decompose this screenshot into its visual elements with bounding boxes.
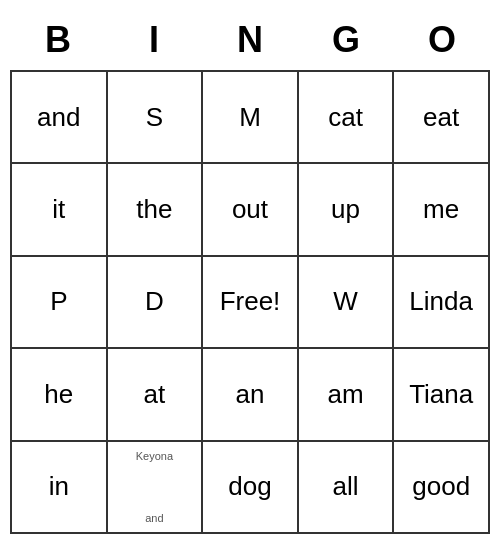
- bingo-cell: Tiana: [394, 349, 490, 441]
- bingo-grid: andSMcateatittheoutupmePDFree!WLindaheat…: [10, 70, 490, 534]
- bingo-row: ittheoutupme: [12, 164, 490, 256]
- bingo-cell: M: [203, 72, 299, 164]
- bingo-cell: am: [299, 349, 395, 441]
- bingo-row: andSMcateat: [12, 72, 490, 164]
- header-letter: B: [10, 10, 106, 70]
- cell-main-text: it: [52, 194, 65, 225]
- cell-sub-bottom: and: [145, 512, 163, 524]
- cell-main-text: eat: [423, 102, 459, 133]
- bingo-cell: and: [12, 72, 108, 164]
- cell-main-text: good: [412, 471, 470, 502]
- bingo-cell: it: [12, 164, 108, 256]
- cell-main-text: me: [423, 194, 459, 225]
- cell-main-text: M: [239, 102, 261, 133]
- bingo-cell: all: [299, 442, 395, 534]
- header-letter: G: [298, 10, 394, 70]
- bingo-row: PDFree!WLinda: [12, 257, 490, 349]
- header-letter: N: [202, 10, 298, 70]
- bingo-cell: an: [203, 349, 299, 441]
- bingo-cell: out: [203, 164, 299, 256]
- bingo-cell: S: [108, 72, 204, 164]
- bingo-cell: good: [394, 442, 490, 534]
- bingo-cell: dog: [203, 442, 299, 534]
- bingo-cell: me: [394, 164, 490, 256]
- cell-main-text: dog: [228, 471, 271, 502]
- cell-main-text: in: [49, 471, 69, 502]
- bingo-cell: D: [108, 257, 204, 349]
- bingo-row: inKeyonaanddogallgood: [12, 442, 490, 534]
- cell-main-text: W: [333, 286, 358, 317]
- cell-sub-top: Keyona: [136, 450, 173, 462]
- cell-main-text: the: [136, 194, 172, 225]
- cell-main-text: at: [144, 379, 166, 410]
- cell-main-text: am: [328, 379, 364, 410]
- cell-main-text: P: [50, 286, 67, 317]
- cell-main-text: D: [145, 286, 164, 317]
- cell-main-text: out: [232, 194, 268, 225]
- bingo-cell: up: [299, 164, 395, 256]
- bingo-cell: in: [12, 442, 108, 534]
- bingo-header: BINGO: [10, 10, 490, 70]
- bingo-cell: cat: [299, 72, 395, 164]
- cell-main-text: cat: [328, 102, 363, 133]
- cell-main-text: Free!: [220, 286, 281, 317]
- bingo-cell: P: [12, 257, 108, 349]
- bingo-cell: W: [299, 257, 395, 349]
- bingo-row: heatanamTiana: [12, 349, 490, 441]
- bingo-card: BINGO andSMcateatittheoutupmePDFree!WLin…: [10, 10, 490, 534]
- bingo-cell: eat: [394, 72, 490, 164]
- cell-main-text: Linda: [409, 286, 473, 317]
- bingo-cell: Linda: [394, 257, 490, 349]
- cell-main-text: he: [44, 379, 73, 410]
- bingo-cell: he: [12, 349, 108, 441]
- cell-main-text: S: [146, 102, 163, 133]
- bingo-cell: the: [108, 164, 204, 256]
- cell-main-text: Tiana: [409, 379, 473, 410]
- cell-main-text: all: [333, 471, 359, 502]
- cell-main-text: an: [236, 379, 265, 410]
- header-letter: I: [106, 10, 202, 70]
- bingo-cell: at: [108, 349, 204, 441]
- bingo-cell: Free!: [203, 257, 299, 349]
- header-letter: O: [394, 10, 490, 70]
- bingo-cell: Keyonaand: [108, 442, 204, 534]
- cell-main-text: up: [331, 194, 360, 225]
- cell-main-text: and: [37, 102, 80, 133]
